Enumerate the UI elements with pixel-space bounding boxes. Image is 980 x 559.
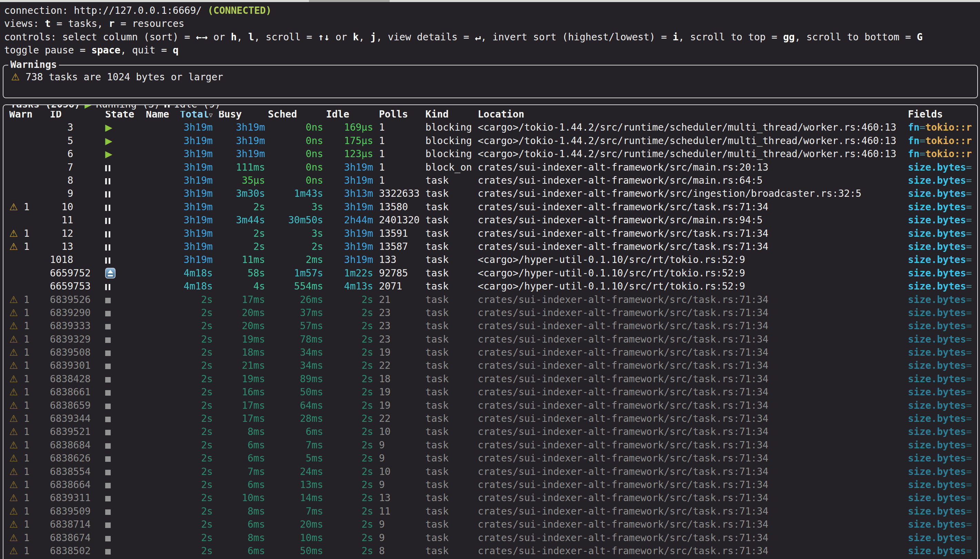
cell-name — [137, 452, 172, 465]
task-row[interactable]: ⚠ 168386612s16ms50ms2s19taskcrates/sui-i… — [3, 385, 977, 399]
cell-sched: 0ns — [265, 134, 323, 147]
field-key: fn — [908, 148, 920, 160]
cell-name — [137, 518, 172, 531]
cell-location: <cargo>/tokio-1.44.2/src/runtime/schedul… — [478, 134, 908, 147]
field-key: size.bytes — [908, 506, 966, 517]
column-header-kind[interactable]: Kind — [425, 108, 478, 121]
task-row[interactable]: ⚠ 168386842s6ms7ms2s9taskcrates/sui-inde… — [3, 439, 977, 452]
duration-value: 2s — [201, 453, 213, 464]
task-row[interactable]: ⚠ 168386642s6ms13ms2s9taskcrates/sui-ind… — [3, 478, 977, 491]
duration-value: 1m57s — [294, 268, 323, 279]
field-equals: = — [966, 492, 972, 503]
cell-idle: 3h19m — [323, 240, 373, 253]
task-row[interactable]: 66597524m18s58s1m57s1m22s92785task<cargo… — [3, 267, 977, 280]
task-row[interactable]: 3▶3h19m3h19m0ns169µs1blocking<cargo>/tok… — [3, 121, 977, 134]
task-row[interactable]: ⚠ 168393012s21ms34ms2s22taskcrates/sui-i… — [3, 359, 977, 372]
task-row[interactable]: 93h19m3m30s1m43s3h13m3322633taskcrates/s… — [3, 187, 977, 200]
task-row[interactable]: ⚠ 168395212s8ms6ms2s10taskcrates/sui-ind… — [3, 425, 977, 438]
task-row[interactable]: ⚠ 1 133h19m2s2s3h19m13587taskcrates/sui-… — [3, 240, 977, 253]
warning-item: ⚠ 738 tasks are 1024 bytes or larger — [3, 71, 977, 84]
task-row[interactable]: 66597534m18s4s554ms4m13s2071task<cargo>/… — [3, 280, 977, 293]
duration-value: 10ms — [300, 532, 323, 544]
task-row[interactable]: ⚠ 168384282s19ms89ms2s18taskcrates/sui-i… — [3, 372, 977, 385]
task-row[interactable]: ⚠ 168385022s6ms50ms2s8taskcrates/sui-ind… — [3, 544, 977, 557]
task-row[interactable]: ⚠ 168386262s6ms5ms2s9taskcrates/sui-inde… — [3, 452, 977, 465]
task-row[interactable]: ⚠ 168393332s20ms57ms2s23taskcrates/sui-i… — [3, 319, 977, 332]
column-header-polls[interactable]: Polls — [373, 108, 425, 121]
duration-value: 24ms — [300, 466, 323, 477]
cell-idle: 2s — [323, 306, 373, 319]
task-row[interactable]: 5▶3h19m3h19m0ns175µs1blocking<cargo>/tok… — [3, 134, 977, 147]
cell-warn: ⚠ 1 — [3, 227, 50, 240]
column-header-location[interactable]: Location — [478, 108, 908, 121]
tasks-panel: Tasks (2056)▶Running (3)Idle (9) WarnIDS… — [3, 104, 978, 559]
field-key: size.bytes — [908, 440, 966, 451]
task-row[interactable]: ⚠ 1 123h19m2s3s3h19m13591taskcrates/sui-… — [3, 227, 977, 240]
cell-kind: task — [425, 372, 478, 385]
cell-name — [137, 544, 172, 557]
warning-icon: ⚠ — [9, 506, 18, 517]
cell-location: crates/sui-indexer-alt-framework/src/tas… — [478, 293, 908, 306]
cell-state — [96, 452, 137, 465]
task-row[interactable]: ⚠ 168395262s17ms26ms2s21taskcrates/sui-i… — [3, 293, 977, 306]
duration-value: 3h19m — [184, 135, 213, 147]
cell-total: 2s — [172, 465, 213, 478]
cell-polls: 9 — [373, 439, 425, 452]
task-row[interactable]: ⚠ 168385542s7ms24ms2s10taskcrates/sui-in… — [3, 465, 977, 478]
field-key: size.bytes — [908, 347, 966, 358]
cell-state — [96, 399, 137, 412]
task-row[interactable]: ⚠ 168395092s8ms7ms2s11taskcrates/sui-ind… — [3, 505, 977, 518]
warning-icon: ⚠ — [9, 360, 18, 371]
task-row[interactable]: ⚠ 168393292s19ms78ms2s23taskcrates/sui-i… — [3, 333, 977, 346]
completed-icon — [105, 298, 111, 303]
task-row[interactable]: ⚠ 1 103h19m2s3s3h19m13580taskcrates/sui-… — [3, 200, 977, 214]
cell-total: 2s — [172, 346, 213, 359]
pause-icon — [105, 191, 110, 197]
cell-total: 4m18s — [172, 267, 213, 280]
task-row[interactable]: 113h19m3m44s30m50s2h44m2401320taskcrates… — [3, 214, 977, 227]
task-row[interactable]: ⚠ 168395082s18ms34ms2s19taskcrates/sui-i… — [3, 346, 977, 359]
cell-busy: 17ms — [213, 412, 265, 425]
cell-state — [96, 491, 137, 504]
cell-task-id: 6659752 — [50, 267, 96, 280]
cell-polls: 10 — [373, 465, 425, 478]
task-row[interactable]: ⚠ 168387142s6ms20ms2s9taskcrates/sui-ind… — [3, 518, 977, 531]
column-header-sched[interactable]: Sched — [265, 108, 323, 121]
cell-idle: 2h44m — [323, 214, 373, 227]
duration-value: 2s — [201, 440, 213, 451]
cell-busy: 8ms — [213, 425, 265, 438]
task-row[interactable]: ⚠ 168386742s8ms10ms2s9taskcrates/sui-ind… — [3, 531, 977, 544]
column-header-idle[interactable]: Idle — [323, 108, 373, 121]
task-row[interactable]: 10183h19m11ms2ms3h19m133task<cargo>/hype… — [3, 253, 977, 266]
cell-busy: 17ms — [213, 399, 265, 412]
field-equals: = — [966, 334, 972, 345]
column-header-fields[interactable]: Fields — [908, 108, 977, 121]
cell-location: crates/sui-indexer-alt-framework/src/ing… — [478, 187, 908, 200]
cell-idle: 3h13m — [323, 187, 373, 200]
task-row[interactable]: ⚠ 168393442s17ms28ms2s22taskcrates/sui-i… — [3, 412, 977, 425]
duration-value: 37ms — [300, 307, 323, 318]
cell-state — [96, 385, 137, 399]
cell-state — [96, 439, 137, 452]
completed-icon — [105, 324, 111, 329]
cell-polls: 1 — [373, 161, 425, 174]
cell-state — [96, 505, 137, 518]
task-row[interactable]: 73h19m111ms0ns3h19m1block_oncrates/sui-i… — [3, 161, 977, 174]
task-row[interactable]: 83h19m35µs0ns3h19m1taskcrates/sui-indexe… — [3, 174, 977, 187]
field-equals: = — [920, 148, 925, 160]
cell-kind: task — [425, 491, 478, 504]
task-row[interactable]: ⚠ 168386592s17ms64ms2s19taskcrates/sui-i… — [3, 399, 977, 412]
field-key: size.bytes — [908, 426, 966, 437]
duration-value: 3h13m — [344, 188, 373, 199]
cell-busy: 4s — [213, 280, 265, 293]
cell-location: crates/sui-indexer-alt-framework/src/tas… — [478, 465, 908, 478]
duration-value: 8ms — [248, 532, 265, 544]
field-equals: = — [966, 162, 972, 173]
duration-value: 11ms — [242, 254, 265, 265]
task-row[interactable]: 6▶3h19m3h19m0ns123µs1blocking<cargo>/tok… — [3, 147, 977, 160]
scrollbar-thumb[interactable] — [309, 0, 390, 2]
task-row[interactable]: ⚠ 168392902s20ms37ms2s23taskcrates/sui-i… — [3, 306, 977, 319]
cell-fields: size.bytes= — [908, 333, 977, 346]
task-row[interactable]: ⚠ 168393112s10ms14ms2s13taskcrates/sui-i… — [3, 491, 977, 504]
field-key: size.bytes — [908, 254, 966, 265]
